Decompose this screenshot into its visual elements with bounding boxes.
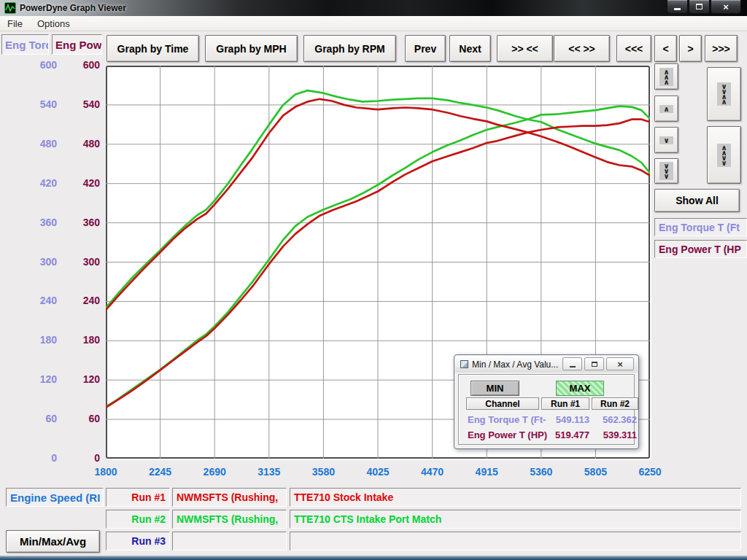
power-axis-tick: 240 [58, 295, 100, 306]
graph-by-mph-button[interactable]: Graph by MPH [205, 35, 298, 62]
scroll-bottom-icon: ∨∨∨ [659, 162, 673, 180]
rpm-axis-tick: 5360 [518, 466, 565, 478]
power-axis-tick: 420 [58, 177, 100, 189]
nav-9-button[interactable]: > [679, 35, 702, 62]
run3-description [290, 532, 741, 551]
x-axis-title: Engine Speed (RI [6, 488, 104, 507]
chevron-glyph: ∨ [663, 174, 669, 179]
minmax-title: Min / Max / Avg Valu... [472, 359, 558, 370]
window-title: PowerDyne Graph Viewer [20, 3, 126, 13]
graph-by-rpm-button[interactable]: Graph by RPM [303, 35, 396, 62]
scroll-bottom-button[interactable]: ∨∨∨ [654, 158, 678, 184]
nav-7-button[interactable]: <<< [616, 35, 651, 62]
nav-10-button[interactable]: >>> [705, 35, 738, 62]
menubar: File Options [0, 16, 747, 31]
restore-icon [592, 362, 597, 367]
zoom-out-button[interactable]: ∧∧∨∨ [707, 126, 741, 184]
minmax-restore-button[interactable] [584, 357, 604, 370]
rpm-axis-tick: 4915 [463, 466, 510, 478]
prev-button[interactable]: Prev [405, 35, 446, 62]
torque-axis-tick: 120 [6, 373, 57, 385]
chevron-glyph: ∧ [663, 106, 669, 112]
power-channel-label: Eng Power T (HP) [468, 429, 547, 440]
run3-label: Run #3 [106, 532, 170, 551]
minmax-minimize-button[interactable] [562, 357, 582, 370]
rpm-axis-tick: 3580 [300, 466, 347, 478]
power-axis-tick: 0 [58, 452, 100, 464]
next-button[interactable]: Next [449, 35, 491, 62]
torque-run1-value: 549.113 [541, 414, 589, 425]
torque-axis-tick: 300 [6, 256, 57, 268]
close-icon: × [723, 2, 729, 12]
minmax-window: Min / Max / Avg Valu... × MIN MAX Channe… [454, 354, 639, 449]
power-axis-tick: 300 [58, 256, 100, 268]
nav-6-button[interactable]: << >> [554, 35, 610, 62]
chevron-glyph: ∨ [663, 138, 669, 143]
chevron-glyph: ∨ [721, 160, 727, 166]
run1-file: NWMSFTS (Rushing, [172, 488, 287, 507]
minmax-body: MIN MAX Channel Run #1 Run #2 Eng Torque… [458, 374, 635, 445]
maximize-button[interactable] [689, 0, 710, 14]
zoom-in-icon: ∨∨∧∧ [717, 82, 730, 106]
power-axis-title: Eng Powe [52, 34, 102, 55]
chevron-glyph: ∧ [721, 99, 727, 104]
channel-column-header[interactable]: Channel [466, 397, 539, 410]
nav-5-button[interactable]: >> << [497, 35, 553, 62]
scroll-up-icon: ∧ [659, 105, 673, 113]
scroll-up-button[interactable]: ∧ [654, 96, 678, 122]
chevron-glyph: ∧ [663, 79, 669, 85]
scroll-top-button[interactable]: ∧∧∧ [654, 63, 678, 90]
rpm-axis-tick: 4025 [355, 466, 401, 478]
menu-options[interactable]: Options [30, 18, 77, 29]
run2-column-header[interactable]: Run #2 [592, 397, 638, 410]
rpm-axis-tick: 6250 [627, 466, 673, 478]
main-titlebar[interactable]: PowerDyne Graph Viewer × [0, 0, 747, 16]
show-all-button[interactable]: Show All [654, 189, 740, 212]
run2-file: NWMSFTS (Rushing, [172, 510, 287, 529]
power-run1-value: 519.477 [541, 429, 589, 440]
run1-label: Run #1 [106, 488, 170, 507]
max-tab-button[interactable]: MAX [556, 381, 604, 396]
scroll-down-icon: ∨ [659, 136, 673, 144]
torque-axis-tick: 420 [6, 177, 57, 189]
restore-icon [696, 4, 703, 9]
run1-column-header[interactable]: Run #1 [541, 397, 589, 410]
scroll-top-icon: ∧∧∧ [659, 68, 673, 86]
torque-axis-tick: 540 [6, 98, 57, 110]
torque-run2-value: 562.362 [592, 414, 637, 425]
close-icon: × [617, 359, 623, 370]
power-axis-tick: 600 [58, 59, 100, 71]
app-icon [4, 2, 16, 14]
minmaxavg-button[interactable]: Min/Max/Avg [6, 530, 100, 553]
scroll-down-button[interactable]: ∨ [654, 127, 678, 153]
nav-8-button[interactable]: < [654, 35, 677, 62]
run3-file [172, 532, 287, 551]
torque-axis-title: Eng Torq [1, 34, 49, 55]
torque-axis-tick: 0 [6, 452, 57, 464]
minimize-icon [674, 8, 681, 10]
rpm-axis-tick: 4470 [409, 466, 456, 478]
graph-by-time-button[interactable]: Graph by Time [107, 35, 199, 62]
min-tab-button[interactable]: MIN [471, 381, 519, 396]
minmax-close-button[interactable]: × [606, 357, 634, 370]
power-axis-tick: 480 [58, 138, 100, 149]
torque-axis-tick: 60 [6, 413, 57, 424]
rpm-axis-tick: 2690 [191, 466, 238, 478]
rpm-axis-tick: 1800 [82, 466, 129, 478]
torque-axis-tick: 180 [6, 334, 57, 346]
power-axis-tick: 60 [58, 413, 100, 424]
torque-channel-label: Eng Torque T (Ft- [468, 414, 546, 425]
power-axis-tick: 540 [58, 98, 100, 110]
legend-power: Eng Power T (HP [654, 240, 747, 258]
power-axis-tick: 180 [58, 334, 100, 346]
run2-description: TTE710 CTS Intake Port Match [290, 510, 741, 529]
zoom-in-button[interactable]: ∨∨∧∧ [707, 67, 741, 121]
torque-axis-tick: 360 [6, 217, 57, 228]
minimize-button[interactable] [667, 0, 688, 14]
window-bottom-border [0, 556, 747, 560]
close-button[interactable]: × [711, 0, 741, 14]
menu-file[interactable]: File [0, 18, 30, 29]
power-run2-value: 539.311 [592, 429, 637, 440]
minmax-titlebar[interactable]: Min / Max / Avg Valu... × [455, 356, 638, 373]
legend-torque: Eng Torque T (Ft [654, 218, 747, 236]
